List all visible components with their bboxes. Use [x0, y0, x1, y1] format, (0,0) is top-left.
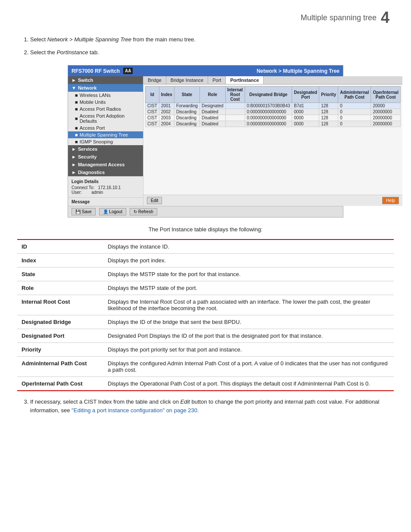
col-designated-bridge: Designated Bridge: [245, 87, 292, 103]
desc-term: Internal Root Cost: [17, 295, 103, 315]
cell-des-bridge: 0:000000000000000: [245, 109, 292, 115]
sc-header: RFS7000 RF Switch AA Network > Multiple …: [68, 65, 343, 76]
sidebar-item-access-port-radios[interactable]: ■ Access Port Radios: [68, 106, 143, 112]
edit-button[interactable]: Edit: [147, 197, 162, 204]
tab-bridge-instance[interactable]: Bridge Instance: [166, 76, 208, 84]
page-header-title: Multiple spanning tree: [301, 13, 377, 22]
sidebar-section-network[interactable]: ▼ Network ■ Wireless LANs ■ Mobile Units…: [68, 84, 143, 145]
cell-id: CIST: [146, 121, 159, 127]
col-id: Id: [146, 87, 159, 103]
cell-root-cost: [225, 109, 245, 115]
desc-table-row: Internal Root CostDisplays the Internal …: [17, 295, 394, 315]
tab-bridge[interactable]: Bridge: [143, 76, 166, 84]
user-row: User: admin: [72, 190, 140, 195]
table-row[interactable]: CIST 2002 Discarding Disabled 0:00000000…: [146, 109, 401, 115]
sidebar-section-management-header[interactable]: ► Management Access: [68, 161, 143, 168]
step-list: Select Network > Multiple Spanning Tree …: [30, 35, 394, 56]
save-button[interactable]: 💾 Save: [72, 208, 96, 215]
cell-oper: 20000000: [371, 115, 400, 121]
cell-oper: 20000: [371, 103, 400, 109]
sidebar-section-diagnostics-header[interactable]: ► Diagnostics: [68, 168, 143, 176]
help-button[interactable]: Help: [382, 197, 399, 204]
sc-footer: Edit Help: [143, 195, 402, 206]
cell-admin: 0: [338, 121, 371, 127]
expand-icon-services: ►: [72, 146, 76, 152]
mobile-icon: ■: [75, 100, 78, 105]
sidebar-section-diagnostics[interactable]: ► Diagnostics: [68, 168, 143, 176]
desc-table-row: AdminInternal Path CostDisplays the conf…: [17, 357, 394, 377]
tab-port-instance[interactable]: PortInstance: [226, 76, 264, 84]
sidebar-section-management[interactable]: ► Management Access: [68, 161, 143, 168]
logout-button[interactable]: 👤 Logout: [99, 208, 126, 215]
igmp-icon: ■: [75, 139, 78, 144]
cell-state: Forwarding: [174, 103, 199, 109]
desc-term: Priority: [17, 343, 103, 357]
sc-main: Bridge Bridge Instance Port PortInstance…: [143, 76, 402, 206]
sidebar-item-access-port-label: Access Port: [80, 125, 105, 131]
step-1-italic: Network > Multiple Spanning Tree: [47, 36, 131, 43]
sc-table-area: Id Index State Role Internal Root Cost D…: [143, 84, 402, 195]
sidebar-section-switch[interactable]: ► Switch: [68, 76, 143, 84]
sc-body: ► Switch ▼ Network ■ Wireless LANs ■ Mob…: [68, 76, 343, 206]
sidebar-item-access-port-radios-label: Access Port Radios: [80, 106, 121, 112]
sidebar-section-security-header[interactable]: ► Security: [68, 153, 143, 161]
desc-term: AdminInternal Path Cost: [17, 357, 103, 377]
sidebar-item-igmp-snooping-label: IGMP Snooping: [80, 139, 113, 144]
cell-des-bridge: 0:000000000000000: [245, 121, 292, 127]
wireless-icon: ■: [75, 93, 78, 98]
sidebar-section-services-header[interactable]: ► Services: [68, 145, 143, 153]
desc-definition: Displays the port index.: [103, 254, 394, 268]
editing-link[interactable]: "Editing a port instance configuration" …: [72, 407, 199, 414]
tree-icon: ■: [75, 132, 78, 137]
radio-icon: ■: [75, 106, 78, 112]
refresh-button[interactable]: ↻ Refresh: [130, 208, 157, 215]
defaults-icon: ■: [75, 116, 78, 121]
sidebar-section-switch-header[interactable]: ► Switch: [68, 76, 143, 84]
sidebar-section-network-header[interactable]: ▼ Network: [68, 84, 143, 92]
table-row[interactable]: CIST 2001 Forwarding Designated 0:B00000…: [146, 103, 401, 109]
sc-header-left: RFS7000 RF Switch AA: [72, 68, 133, 74]
desc-term: OperInternal Path Cost: [17, 377, 103, 391]
desc-definition: Displays the MSTP state of the port.: [103, 281, 394, 295]
sidebar-item-mobile-units[interactable]: ■ Mobile Units: [68, 99, 143, 106]
sidebar-section-services[interactable]: ► Services: [68, 145, 143, 153]
cell-des-bridge: 0:B0000015703B0B43: [245, 103, 292, 109]
sidebar-item-multiple-spanning-tree[interactable]: ■ Multiple Spanning Tree: [68, 131, 143, 138]
table-row[interactable]: CIST 2004 Discarding Disabled 0:00000000…: [146, 121, 401, 127]
sidebar-item-access-port-adoption-defaults[interactable]: ■ Access Port Adoption Defaults: [68, 112, 143, 124]
sidebar-item-wireless-lans-label: Wireless LANs: [80, 93, 111, 98]
sc-tabs: Bridge Bridge Instance Port PortInstance: [143, 76, 402, 84]
tab-port[interactable]: Port: [208, 76, 226, 84]
cell-index: 2001: [159, 103, 174, 109]
desc-term: State: [17, 268, 103, 281]
sidebar-item-access-port[interactable]: ■ Access Port: [68, 124, 143, 131]
sidebar-section-security[interactable]: ► Security: [68, 153, 143, 161]
desc-table-row: Designated PortDesignated Port Displays …: [17, 329, 394, 343]
cell-index: 2003: [159, 115, 174, 121]
desc-definition: Displays the port priority set for that …: [103, 343, 394, 357]
desc-definition: Displays the MSTP state for the port for…: [103, 268, 394, 281]
expand-icon-management: ►: [72, 162, 76, 167]
sidebar-item-igmp-snooping[interactable]: ■ IGMP Snooping: [68, 138, 143, 145]
cell-priority: 128: [319, 109, 338, 115]
cell-oper: 20000000: [371, 121, 400, 127]
step-list-3: If necessary, select a CIST Index from t…: [30, 398, 394, 414]
cell-priority: 128: [319, 115, 338, 121]
cell-des-port: B7d1: [292, 103, 319, 109]
screenshot-container: RFS7000 RF Switch AA Network > Multiple …: [68, 65, 343, 218]
port-icon: ■: [75, 125, 78, 131]
desc-table-row: StateDisplays the MSTP state for the por…: [17, 268, 394, 281]
cell-root-cost: [225, 121, 245, 127]
table-row[interactable]: CIST 2003 Discarding Disabled 0:00000000…: [146, 115, 401, 121]
col-priority: Priority: [319, 87, 338, 103]
step-1: Select Network > Multiple Spanning Tree …: [30, 35, 394, 44]
desc-table-row: IndexDisplays the port index.: [17, 254, 394, 268]
desc-definition: Displays the configured Admin Internal P…: [103, 357, 394, 377]
login-details: Login Details Connect To: 172.16.10.1 Us…: [68, 176, 143, 197]
sidebar-item-wireless-lans[interactable]: ■ Wireless LANs: [68, 92, 143, 99]
caption-text: The Port Instance table displays the fol…: [17, 226, 394, 233]
sidebar-item-multiple-spanning-tree-label: Multiple Spanning Tree: [80, 132, 128, 137]
cell-priority: 128: [319, 103, 338, 109]
desc-definition: Displays the instance ID.: [103, 240, 394, 254]
expand-icon-diagnostics: ►: [72, 170, 76, 175]
